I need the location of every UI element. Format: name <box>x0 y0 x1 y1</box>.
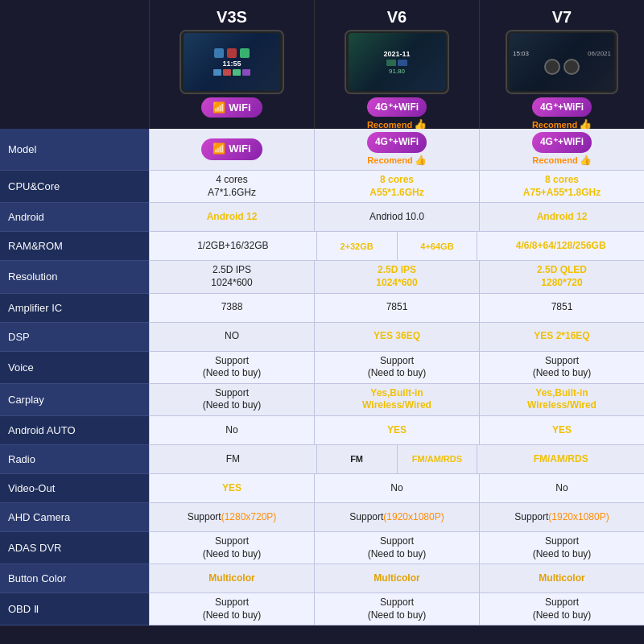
v7-badge: 4G⁺+WiFi <box>532 97 592 117</box>
v7-title: V7 <box>552 8 572 27</box>
table-row-1: CPU&Core4 cores A7*1.6GHz8 cores A55*1.6… <box>0 171 644 203</box>
table-row-3: RAM&ROM1/2GB+16/32GB2+32GB4+64GB4/6/8+64… <box>0 232 644 261</box>
table-row-9: Android AUTONoYESYES <box>0 416 644 445</box>
cell-4-2: 2.5D QLED 1280*720 <box>479 261 644 293</box>
table-row-2: AndroidAndroid 12Andriod 10.0Android 12 <box>0 203 644 232</box>
cell-2-1: Andriod 10.0 <box>314 203 479 232</box>
v7-4g-label: 4G⁺+WiFi <box>540 101 584 113</box>
cell-0-1: 4G⁺+WiFiRecomend👍 <box>314 129 479 171</box>
cell-1-0: 4 cores A7*1.6GHz <box>149 171 314 203</box>
cell-14-2: Multicolor <box>479 564 644 593</box>
cell-3-0: 1/2GB+16/32GB <box>149 232 316 261</box>
v3s-time: 11:55 <box>222 60 241 68</box>
table-row-5: Amplifier IC738878517851 <box>0 294 644 323</box>
row-label-0: Model <box>0 129 149 171</box>
header-v6: V6 2021-11 91.80 4G⁺+WiFi <box>314 0 479 129</box>
sub-cell-10-1-1: FM/AM/RDS <box>397 445 477 473</box>
v7-badge-container: 4G⁺+WiFi Recomend 👍 <box>532 97 592 130</box>
header-v3s: V3S 11:55 <box>149 0 314 129</box>
cell-1-2: 8 cores A75+A55*1.8GHz <box>479 171 644 203</box>
cell-7-1: Support (Need to buy) <box>314 352 479 384</box>
row-label-7: Voice <box>0 352 149 384</box>
cell-13-1: Support (Need to buy) <box>314 532 479 564</box>
header-label-spacer <box>0 0 149 129</box>
row-label-1: CPU&Core <box>0 171 149 203</box>
table-row-10: RadioFMFMFM/AM/RDSFM/AM/RDS <box>0 445 644 474</box>
table-row-7: VoiceSupport (Need to buy)Support (Need … <box>0 352 644 384</box>
cell-13-2: Support (Need to buy) <box>479 532 644 564</box>
cell-6-1: YES 36EQ <box>314 323 479 352</box>
v6-screen: 2021-11 91.80 <box>349 33 445 91</box>
table-row-8: CarplaySupport (Need to buy)Yes,Built-in… <box>0 384 644 416</box>
cell-0-0: 📶WiFi <box>149 129 314 171</box>
cell-5-2: 7851 <box>479 294 644 323</box>
row-label-14: Button Color <box>0 564 149 593</box>
sub-container-3-1: 2+32GB4+64GB <box>317 232 477 260</box>
cell-0-2: 4G⁺+WiFiRecomend👍 <box>479 129 644 171</box>
cell-10-2: FM/AM/RDS <box>477 445 644 474</box>
cell-6-0: NO <box>149 323 314 352</box>
comparison-table: Model 📶WiFi 4G⁺+WiFiRecomend👍 4G⁺+WiFiRe… <box>0 129 644 644</box>
cell-14-0: Multicolor <box>149 564 314 593</box>
v6-device: 2021-11 91.80 <box>345 30 449 94</box>
table-row-0: Model 📶WiFi 4G⁺+WiFiRecomend👍 4G⁺+WiFiRe… <box>0 129 644 171</box>
row-label-2: Android <box>0 203 149 232</box>
table-row-6: DSPNOYES 36EQYES 2*16EQ <box>0 323 644 352</box>
header-v7: V7 15:03 06/2021 4 <box>479 0 644 129</box>
cell-9-0: No <box>149 416 314 445</box>
v7-screen: 15:03 06/2021 <box>510 33 614 91</box>
cell-11-1: No <box>314 474 479 503</box>
row-label-5: Amplifier IC <box>0 294 149 323</box>
v6-title: V6 <box>387 8 407 27</box>
table-row-4: Resolution2.5D IPS 1024*6002.5D IPS 1024… <box>0 261 644 293</box>
table-row-12: AHD CameraSupport(1280x720P)Support(1920… <box>0 503 644 532</box>
table-row-13: ADAS DVRSupport (Need to buy)Support (Ne… <box>0 532 644 564</box>
wifi-icon: 📶 <box>213 101 225 114</box>
cell-9-2: YES <box>479 416 644 445</box>
sub-cell-3-1-1: 4+64GB <box>397 232 477 260</box>
cell-12-0: Support(1280x720P) <box>149 503 314 532</box>
header-row: V3S 11:55 <box>0 0 644 129</box>
row-label-11: Video-Out <box>0 474 149 503</box>
table-row-14: Button ColorMulticolorMulticolorMulticol… <box>0 564 644 593</box>
cell-14-1: Multicolor <box>314 564 479 593</box>
row-label-15: OBD Ⅱ <box>0 593 149 625</box>
v6-date: 2021-11 <box>383 50 410 58</box>
cell-3-2: 4/6/8+64/128/256GB <box>477 232 644 261</box>
v7-recomend: Recomend <box>532 120 577 130</box>
cell-10-1: FMFM/AM/RDS <box>316 445 477 474</box>
cell-1-1: 8 cores A55*1.6GHz <box>314 171 479 203</box>
table-row-11: Video-OutYESNoNo <box>0 474 644 503</box>
v3s-screen: 11:55 <box>184 33 280 91</box>
cell-12-2: Support(1920x1080P) <box>479 503 644 532</box>
v3s-device: 11:55 <box>180 30 284 94</box>
row-label-10: Radio <box>0 445 149 474</box>
v3s-wifi-badge: 📶 WiFi <box>201 97 262 118</box>
cell-2-0: Android 12 <box>149 203 314 232</box>
cell-7-2: Support (Need to buy) <box>479 352 644 384</box>
v7-device: 15:03 06/2021 <box>506 30 618 94</box>
cell-6-2: YES 2*16EQ <box>479 323 644 352</box>
cell-15-1: Support (Need to buy) <box>314 593 479 625</box>
sub-cell-10-1-0: FM <box>317 445 397 473</box>
v3s-badge-label: WiFi <box>229 101 250 114</box>
wifi-badge-0-0: 📶WiFi <box>201 138 262 160</box>
cell-15-2: Support (Need to buy) <box>479 593 644 625</box>
v6-recomend: Recomend <box>367 120 412 130</box>
cell-9-1: YES <box>314 416 479 445</box>
cell-3-1: 2+32GB4+64GB <box>316 232 477 261</box>
row-label-8: Carplay <box>0 384 149 416</box>
v6-badge: 4G⁺+WiFi <box>367 97 427 117</box>
cell-11-2: No <box>479 474 644 503</box>
row-label-4: Resolution <box>0 261 149 293</box>
cell-11-0: YES <box>149 474 314 503</box>
cell-4-1: 2.5D IPS 1024*600 <box>314 261 479 293</box>
sub-cell-3-1-0: 2+32GB <box>317 232 397 260</box>
v6-badge-container: 4G⁺+WiFi Recomend 👍 <box>367 97 427 130</box>
v6-4g-label: 4G⁺+WiFi <box>375 101 419 113</box>
main-container: V3S 11:55 <box>0 0 644 644</box>
table-row-15: OBD ⅡSupport (Need to buy)Support (Need … <box>0 593 644 625</box>
sub-container-10-1: FMFM/AM/RDS <box>317 445 477 473</box>
cell-13-0: Support (Need to buy) <box>149 532 314 564</box>
cell-8-1: Yes,Built-in Wireless/Wired <box>314 384 479 416</box>
